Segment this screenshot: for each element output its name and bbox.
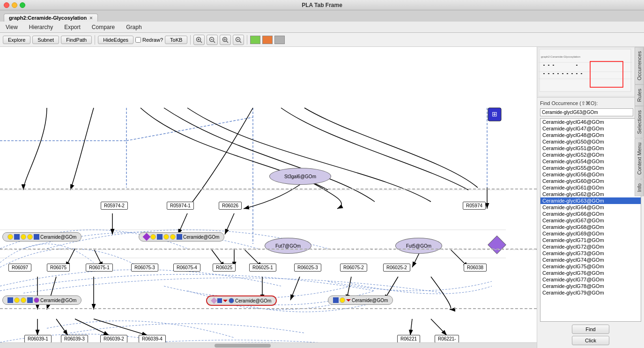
side-tab-selections[interactable]: Selections — [635, 106, 644, 138]
occurrence-item[interactable]: Ceramide-glyclG64@GOm — [540, 204, 641, 211]
occurrence-item[interactable]: Ceramide-glyclG76@GOm — [540, 270, 641, 276]
svg-rect-41 — [576, 73, 577, 74]
occurrence-item[interactable]: Ceramide-glyclG73@GOm — [540, 250, 641, 257]
ceramide-row-1[interactable]: Ceramide@GOm — [2, 232, 81, 242]
color-orange[interactable] — [262, 36, 273, 44]
side-tab-info[interactable]: Info — [635, 179, 644, 196]
node-R06039-1[interactable]: R06039-1 — [24, 335, 52, 343]
find-input[interactable] — [540, 108, 633, 116]
menu-item-compare[interactable]: Compare — [90, 23, 117, 31]
horizontal-scrollbar[interactable] — [0, 342, 537, 348]
occurrence-item[interactable]: Ceramide-glyclG46@GOm — [540, 119, 641, 125]
redraw-check-wrapper: Redraw? — [135, 37, 163, 43]
tokb-button[interactable]: ToKB — [165, 36, 187, 44]
occurrence-item[interactable]: Ceramide-glyclG71@GOm — [540, 237, 641, 243]
occurrence-item[interactable]: Ceramide-glyclG62@GOm — [540, 191, 641, 197]
hideedges-button[interactable]: HideEdges — [98, 36, 133, 44]
ceramide-row-1b[interactable]: Ceramide@GOm — [139, 232, 224, 242]
occurrence-item[interactable]: Ceramide-glyclG68@GOm — [540, 224, 641, 230]
node-Fut7[interactable]: Fut7@GOm — [265, 238, 311, 254]
node-R06221[interactable]: R06221 — [397, 335, 420, 343]
ceramide-row-3c[interactable]: Ceramide@GOm — [328, 295, 393, 305]
tab-label: graph2:Ceramide-Glycosylation — [9, 15, 87, 21]
occurrence-item[interactable]: Ceramide-glyclG61@GOm — [540, 184, 641, 191]
color-gray[interactable] — [274, 36, 285, 44]
redraw-checkbox[interactable] — [135, 37, 141, 43]
ceramide-row-3b[interactable]: Ceramide@GOm — [206, 295, 277, 306]
side-tab-rules[interactable]: Rules — [635, 84, 644, 106]
side-tab-context-menu[interactable]: Context Menu — [635, 138, 644, 179]
tab-close-icon[interactable]: × — [89, 15, 92, 21]
occurrence-item[interactable]: Ceramide-glyclG56@GOm — [540, 171, 641, 178]
maximize-button[interactable] — [20, 2, 25, 8]
occurrence-item[interactable]: Ceramide-glyclG48@GOm — [540, 132, 641, 138]
graph-area[interactable]: ⊞ R05974-2 R05974-1 R06026 R05974 St3gal… — [0, 47, 537, 348]
node-R06025-2[interactable]: R06025-2 — [383, 264, 410, 272]
node-R06039-4[interactable]: R06039-4 — [139, 335, 166, 343]
findpath-button[interactable]: FindPath — [61, 36, 92, 44]
occurrence-item[interactable]: Ceramide-glyclG60@GOm — [540, 178, 641, 184]
occurrence-item[interactable]: Ceramide-glyclG50@GOm — [540, 138, 641, 145]
node-R05974-1[interactable]: R05974-1 — [167, 202, 194, 210]
menu-item-hierarchy[interactable]: Hierarchy — [27, 23, 55, 31]
node-R06026[interactable]: R06026 — [219, 202, 242, 210]
occurrence-item[interactable]: Ceramide-glyclG55@GOm — [540, 165, 641, 171]
node-R06025-3[interactable]: R06025-3 — [294, 264, 321, 272]
subnet-button[interactable]: Subnet — [32, 36, 59, 44]
node-R06025[interactable]: R06025 — [213, 264, 236, 272]
occurrence-item[interactable]: Ceramide-glyclG52@GOm — [540, 151, 641, 158]
click-button[interactable]: Click — [572, 336, 609, 345]
find-button[interactable]: Find — [572, 325, 609, 334]
occurrence-item[interactable]: Ceramide-glyclG54@GOm — [540, 158, 641, 165]
menu-bar: ViewHierarchyExportCompareGraph — [0, 22, 644, 33]
node-R05974[interactable]: R05974 — [463, 202, 486, 210]
side-tab-occurrences[interactable]: Occurrences — [635, 47, 644, 84]
node-R06039-2[interactable]: R06039-2 — [100, 335, 127, 343]
svg-rect-38 — [562, 73, 563, 74]
menu-item-graph[interactable]: Graph — [124, 23, 143, 31]
svg-text:⊞: ⊞ — [492, 110, 497, 118]
svg-rect-31 — [548, 65, 549, 66]
occurrence-item[interactable]: Ceramide-glyclG47@GOm — [540, 125, 641, 132]
occurrence-item[interactable]: Ceramide-glyclG74@GOm — [540, 257, 641, 263]
occurrence-item[interactable]: Ceramide-glyclG78@GOm — [540, 283, 641, 289]
color-green[interactable] — [250, 36, 260, 44]
node-R05974-2[interactable]: R05974-2 — [101, 202, 128, 210]
svg-rect-37 — [557, 73, 559, 74]
zoom-out-button[interactable] — [207, 35, 218, 45]
svg-rect-30 — [543, 65, 545, 66]
ceramide-row-3a[interactable]: Ceramide@GOm — [2, 295, 81, 305]
node-R06097[interactable]: R06097 — [8, 264, 31, 272]
occurrence-item[interactable]: Ceramide-glyclG77@GOm — [540, 276, 641, 283]
occurrence-item[interactable]: Ceramide-glyclG51@GOm — [540, 145, 641, 151]
node-St3gal6[interactable]: St3gal6@GOm — [269, 168, 331, 185]
zoom-in-button[interactable] — [193, 35, 205, 45]
occurrence-item[interactable]: Ceramide-glyclG79@GOm — [540, 289, 641, 296]
zoom-fit-button[interactable] — [220, 35, 231, 45]
zoom-reset-button[interactable] — [233, 35, 244, 45]
node-R06221-2[interactable]: R06221- — [435, 335, 459, 343]
node-R06075-4[interactable]: R06075-4 — [173, 264, 200, 272]
minimize-button[interactable] — [12, 2, 17, 8]
node-R06039-3[interactable]: R06039-3 — [61, 335, 88, 343]
node-R06075-3[interactable]: R06075-3 — [131, 264, 158, 272]
node-Fut5[interactable]: Fut5@GOm — [395, 238, 442, 254]
occurrence-item[interactable]: Ceramide-glyclG63@GOm — [540, 197, 641, 204]
occurrence-list[interactable]: Ceramide-glyclG46@GOmCeramide-glyclG47@G… — [540, 118, 641, 322]
menu-item-export[interactable]: Export — [62, 23, 82, 31]
node-R06025-1[interactable]: R06025-1 — [249, 264, 276, 272]
node-R06075[interactable]: R06075 — [47, 264, 70, 272]
close-button[interactable] — [4, 2, 9, 8]
toolbar-separator — [247, 35, 247, 45]
occurrence-item[interactable]: Ceramide-glyclG75@GOm — [540, 263, 641, 270]
menu-item-view[interactable]: View — [4, 23, 20, 31]
occurrence-item[interactable]: Ceramide-glyclG72@GOm — [540, 243, 641, 250]
explore-button[interactable]: Explore — [3, 36, 30, 44]
occurrence-item[interactable]: Ceramide-glyclG66@GOm — [540, 211, 641, 217]
main-tab[interactable]: graph2:Ceramide-Glycosylation × — [4, 14, 98, 22]
occurrence-item[interactable]: Ceramide-glyclG69@GOm — [540, 230, 641, 237]
node-R06075-2[interactable]: R06075-2 — [340, 264, 367, 272]
node-R06075-1[interactable]: R06075-1 — [86, 264, 113, 272]
occurrence-item[interactable]: Ceramide-glyclG67@GOm — [540, 217, 641, 224]
node-R06038[interactable]: R06038 — [464, 264, 487, 272]
